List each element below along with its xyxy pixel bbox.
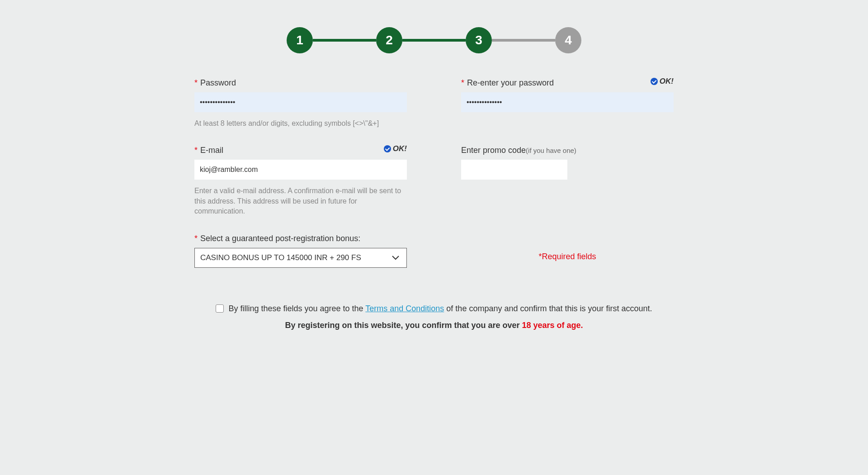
terms-text: By filling these fields you agree to the… (228, 304, 652, 314)
bonus-select-wrap[interactable]: CASINO BONUS UP TO 145000 INR + 290 FS (194, 248, 407, 268)
age-text: 18 years of age. (522, 321, 583, 330)
bonus-label: *Select a guaranteed post-registration b… (194, 234, 407, 243)
step-2: 2 (376, 27, 402, 53)
promo-label: Enter promo code(if you have one) (461, 146, 674, 155)
label-text: Enter promo code (461, 146, 526, 155)
required-mark: * (194, 146, 198, 155)
required-fields-note: *Required fields (461, 252, 674, 261)
email-hint: Enter a valid e-mail address. A confirma… (194, 186, 407, 216)
ok-badge: OK! (384, 144, 407, 153)
required-mark: * (194, 78, 198, 87)
password-label: *Password (194, 78, 407, 88)
promo-input[interactable] (461, 160, 567, 180)
required-note-wrap: *Required fields (461, 234, 674, 268)
progress-stepper: 1 2 3 4 (194, 27, 674, 53)
password-hint: At least 8 letters and/or digits, exclud… (194, 119, 407, 128)
checkmark-icon (384, 145, 391, 152)
step-connector (313, 39, 376, 42)
required-mark: * (461, 78, 464, 87)
label-text: E-mail (200, 146, 223, 155)
label-text: Password (200, 78, 236, 87)
age-row: By registering on this website, you conf… (194, 321, 674, 330)
bonus-field-group: *Select a guaranteed post-registration b… (194, 234, 407, 268)
terms-link[interactable]: Terms and Conditions (365, 304, 444, 313)
email-input[interactable] (194, 160, 407, 180)
label-text: Re-enter your password (467, 78, 554, 87)
registration-form: 1 2 3 4 *Password At least 8 letters and… (185, 0, 683, 357)
terms-row: By filling these fields you agree to the… (194, 304, 674, 314)
ok-badge: OK! (651, 77, 674, 86)
checkmark-icon (651, 78, 658, 85)
ok-text: OK! (660, 77, 674, 86)
legal-section: By filling these fields you agree to the… (194, 304, 674, 330)
repassword-label: *Re-enter your password (461, 78, 674, 88)
email-label: *E-mail (194, 146, 407, 155)
step-4: 4 (555, 27, 581, 53)
step-connector (492, 39, 555, 42)
repassword-input[interactable] (461, 92, 674, 112)
form-fields: *Password At least 8 letters and/or digi… (194, 78, 674, 268)
password-input[interactable] (194, 92, 407, 112)
required-mark: * (194, 234, 198, 243)
terms-suffix: of the company and confirm that this is … (444, 304, 652, 313)
step-3: 3 (466, 27, 492, 53)
promo-suffix: (if you have one) (526, 147, 576, 154)
promo-field-group: Enter promo code(if you have one) (461, 146, 674, 216)
bonus-select[interactable]: CASINO BONUS UP TO 145000 INR + 290 FS (195, 248, 406, 267)
step-connector (402, 39, 466, 42)
label-text: Select a guaranteed post-registration bo… (200, 234, 360, 243)
terms-checkbox[interactable] (216, 304, 224, 313)
repassword-field-group: OK! *Re-enter your password (461, 78, 674, 128)
ok-text: OK! (393, 144, 407, 153)
email-field-group: OK! *E-mail Enter a valid e-mail address… (194, 146, 407, 216)
step-1: 1 (287, 27, 313, 53)
age-prefix: By registering on this website, you conf… (285, 321, 522, 330)
password-field-group: *Password At least 8 letters and/or digi… (194, 78, 407, 128)
terms-prefix: By filling these fields you agree to the (228, 304, 365, 313)
